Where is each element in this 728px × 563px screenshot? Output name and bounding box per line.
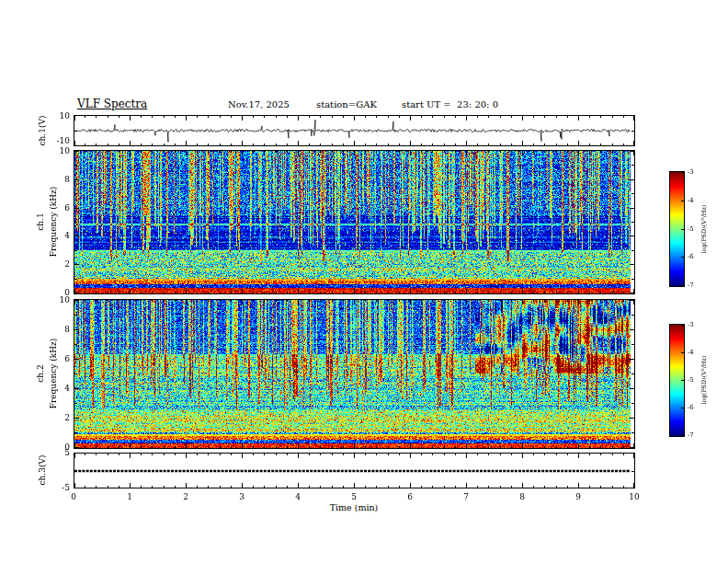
tick-mark bbox=[633, 116, 634, 121]
tick-mark bbox=[365, 446, 366, 448]
tick-mark bbox=[141, 144, 142, 145]
tick-mark bbox=[108, 144, 108, 145]
tick-mark bbox=[477, 144, 478, 145]
tick-mark bbox=[298, 300, 299, 304]
tick-mark bbox=[444, 486, 445, 488]
tick-mark bbox=[623, 300, 624, 302]
tick-mark bbox=[365, 144, 366, 145]
tick-mark bbox=[85, 292, 85, 293]
tick-mark bbox=[432, 292, 433, 293]
tick-mark bbox=[74, 165, 77, 166]
tick-mark bbox=[376, 144, 377, 145]
tick-mark bbox=[488, 144, 489, 145]
tick-mark bbox=[231, 454, 232, 455]
tick-mark bbox=[630, 418, 634, 419]
tick-mark bbox=[354, 443, 355, 448]
tick-mark bbox=[455, 151, 456, 153]
tick-mark bbox=[630, 179, 634, 180]
tick-mark bbox=[522, 300, 523, 304]
tick-mark bbox=[164, 151, 165, 153]
tick-mark bbox=[511, 300, 512, 302]
tick-mark bbox=[343, 454, 344, 455]
tick-mark bbox=[500, 486, 501, 488]
tick-mark bbox=[130, 300, 131, 304]
tick-mark bbox=[455, 454, 456, 455]
tick-mark bbox=[432, 144, 433, 145]
tick-mark bbox=[681, 352, 684, 353]
tick-mark bbox=[130, 289, 131, 293]
tick-mark bbox=[186, 116, 187, 121]
tick-mark bbox=[298, 483, 299, 488]
tick-mark bbox=[365, 454, 366, 455]
tick-mark bbox=[208, 454, 209, 455]
tick-mark bbox=[253, 151, 254, 153]
tick-mark bbox=[399, 486, 400, 488]
tick-mark bbox=[85, 144, 85, 145]
tick-mark bbox=[589, 292, 590, 293]
tick-mark bbox=[623, 486, 624, 488]
tick-mark bbox=[164, 292, 165, 293]
ch3-voltage-axis-label: ch.3(V) bbox=[38, 455, 47, 486]
tick-mark bbox=[630, 329, 634, 330]
colorbar-tick-label: -6 bbox=[688, 404, 694, 411]
tick-mark bbox=[432, 454, 433, 455]
tick-mark bbox=[74, 432, 77, 433]
tick-mark bbox=[511, 292, 512, 293]
tick-mark bbox=[119, 292, 119, 293]
tick-mark bbox=[96, 151, 97, 153]
tick-mark bbox=[631, 432, 634, 433]
tick-mark bbox=[96, 300, 97, 302]
tick-mark bbox=[522, 483, 523, 488]
tick-mark bbox=[533, 144, 534, 145]
tick-mark bbox=[544, 454, 545, 455]
tick-mark bbox=[388, 486, 389, 488]
tick-mark bbox=[108, 486, 108, 488]
tick-mark bbox=[197, 454, 198, 455]
tick-mark bbox=[152, 116, 153, 118]
tick-mark bbox=[220, 446, 221, 448]
tick-mark bbox=[186, 443, 187, 448]
tick-mark bbox=[477, 454, 478, 455]
tick-mark bbox=[455, 446, 456, 448]
tick-mark bbox=[309, 116, 310, 118]
tick-mark bbox=[578, 454, 579, 458]
tick-mark bbox=[74, 222, 77, 223]
tick-mark bbox=[220, 454, 221, 455]
tick-mark bbox=[141, 292, 142, 293]
tick-mark bbox=[141, 486, 142, 488]
tick-mark bbox=[500, 292, 501, 293]
tick-mark bbox=[612, 116, 613, 118]
y-tick-label: 8 bbox=[50, 325, 70, 335]
tick-mark bbox=[253, 144, 254, 145]
tick-mark bbox=[242, 483, 243, 488]
tick-mark bbox=[477, 292, 478, 293]
tick-mark bbox=[477, 300, 478, 302]
tick-mark bbox=[500, 300, 501, 302]
tick-mark bbox=[253, 116, 254, 118]
tick-mark bbox=[276, 446, 277, 448]
tick-mark bbox=[630, 151, 634, 152]
tick-mark bbox=[533, 151, 534, 153]
tick-mark bbox=[376, 116, 377, 118]
tick-mark bbox=[612, 151, 613, 153]
tick-mark bbox=[220, 486, 221, 488]
ch3-wave-ymin-label: -5 bbox=[50, 483, 70, 493]
tick-mark bbox=[287, 446, 288, 448]
tick-mark bbox=[600, 486, 601, 488]
tick-mark bbox=[186, 289, 187, 293]
tick-mark bbox=[488, 300, 489, 302]
tick-mark bbox=[74, 179, 79, 180]
tick-mark bbox=[298, 454, 299, 458]
tick-mark bbox=[332, 292, 333, 293]
tick-mark bbox=[630, 208, 634, 209]
tick-mark bbox=[681, 201, 684, 201]
tick-mark bbox=[630, 300, 634, 301]
tick-mark bbox=[74, 141, 75, 145]
tick-mark bbox=[74, 447, 79, 448]
tick-mark bbox=[208, 486, 209, 488]
tick-mark bbox=[466, 289, 467, 293]
tick-mark bbox=[466, 443, 467, 448]
tick-mark bbox=[208, 116, 209, 118]
tick-mark bbox=[343, 300, 344, 302]
tick-mark bbox=[264, 151, 265, 153]
